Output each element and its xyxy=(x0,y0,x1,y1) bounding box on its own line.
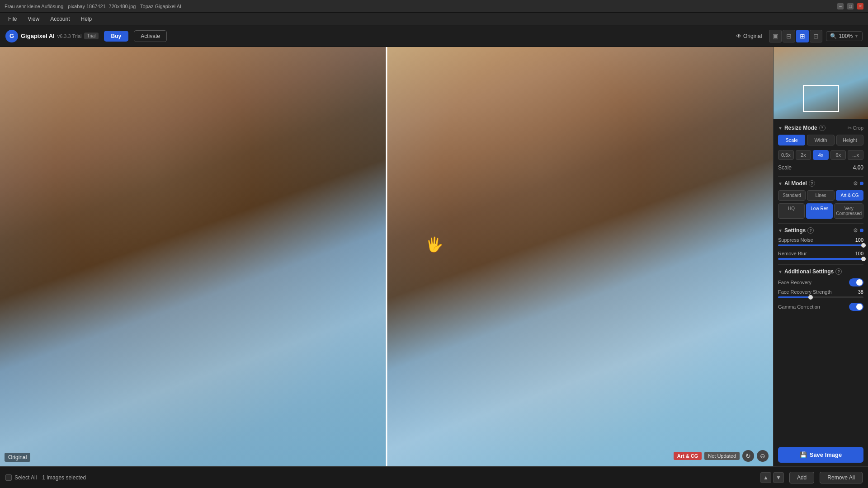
quality-group: HQ Low Res Very Compressed xyxy=(778,203,863,219)
selected-count: 1 images selected xyxy=(42,474,86,481)
menu-help[interactable]: Help xyxy=(76,15,97,23)
settings-active-indicator xyxy=(860,229,863,232)
activate-button[interactable]: Activate xyxy=(134,30,167,42)
menu-account[interactable]: Account xyxy=(46,15,74,23)
scale-0.5x[interactable]: 0.5x xyxy=(778,150,794,160)
select-all-control[interactable]: Select All xyxy=(5,474,37,481)
scale-mode-group: Scale Width Height xyxy=(778,135,863,145)
ai-model-header: ▼ AI Model ? ⚙ xyxy=(778,180,863,187)
remove-blur-fill xyxy=(778,258,863,260)
face-recovery-label: Face Recovery xyxy=(778,280,811,285)
face-recovery-strength-slider[interactable] xyxy=(778,296,863,298)
width-tab[interactable]: Width xyxy=(807,135,834,145)
face-recovery-strength-value: 38 xyxy=(858,289,863,295)
thumbnail-viewport-box[interactable] xyxy=(803,85,839,112)
ai-chevron-icon[interactable]: ▼ xyxy=(778,181,783,186)
zoom-dropdown-icon: ▼ xyxy=(854,34,859,38)
face-recovery-strength-label: Face Recovery Strength xyxy=(778,289,832,295)
canvas-area[interactable]: 🖐 Original Art & CG Not Updated ↻ ⊖ xyxy=(0,47,773,466)
add-button[interactable]: Add xyxy=(789,472,814,483)
split-view-button[interactable]: ⊟ xyxy=(783,30,795,42)
settings-chevron-icon[interactable]: ▼ xyxy=(778,228,783,233)
remove-blur-label: Remove Blur xyxy=(778,251,807,256)
status-badge: Not Updated xyxy=(704,452,740,460)
resize-mode-label: Resize Mode xyxy=(784,125,817,131)
settings-label: Settings xyxy=(784,227,806,234)
cursor-indicator: 🖐 xyxy=(425,236,443,253)
gamma-correction-label: Gamma Correction xyxy=(778,304,820,310)
menu-file[interactable]: File xyxy=(4,15,21,23)
canvas-badges: Art & CG Not Updated ↻ ⊖ xyxy=(674,450,769,462)
quality-verycompressed[interactable]: Very Compressed xyxy=(834,203,863,219)
menu-view[interactable]: View xyxy=(23,15,44,23)
grid-view-button[interactable]: ⊡ xyxy=(810,30,822,42)
model-artcg[interactable]: Art & CG xyxy=(836,190,863,201)
ai-model-help-icon[interactable]: ? xyxy=(809,180,815,187)
resize-chevron-icon[interactable]: ▼ xyxy=(778,126,783,131)
face-recovery-toggle[interactable] xyxy=(849,278,863,286)
maximize-button[interactable]: □ xyxy=(847,3,854,9)
trial-badge: Trial xyxy=(84,33,98,39)
model-standard[interactable]: Standard xyxy=(778,190,806,201)
gamma-correction-toggle[interactable] xyxy=(849,303,863,311)
save-image-button[interactable]: 💾 Save Image xyxy=(778,447,863,463)
canvas-original-label: Original xyxy=(5,453,30,462)
settings-header: ▼ Settings ? ⚙ xyxy=(778,227,863,234)
bottom-bar: Select All 1 images selected ▲ ▼ Add Rem… xyxy=(0,466,868,488)
scale-field-label: Scale xyxy=(778,164,792,171)
minimize-button[interactable]: – xyxy=(837,3,844,9)
eye-icon: 👁 xyxy=(736,33,741,39)
additional-chevron-icon[interactable]: ▼ xyxy=(778,269,783,274)
refresh-icon[interactable]: ↻ xyxy=(742,450,754,462)
ai-model-settings-icon[interactable]: ⚙ xyxy=(853,180,858,187)
select-all-checkbox[interactable] xyxy=(5,474,12,481)
save-button-container: 💾 Save Image xyxy=(774,443,868,466)
resize-mode-help-icon[interactable]: ? xyxy=(819,125,826,131)
settings-icon[interactable]: ⚙ xyxy=(853,227,858,234)
scale-4x[interactable]: 4x xyxy=(813,150,829,160)
scale-field-value[interactable]: 4.00 xyxy=(853,164,863,171)
suppress-noise-thumb[interactable] xyxy=(861,243,866,248)
canvas-divider[interactable] xyxy=(386,47,387,466)
remove-blur-thumb[interactable] xyxy=(861,257,866,261)
additional-settings-label: Additional Settings xyxy=(784,268,834,275)
suppress-noise-section: Suppress Noise 100 xyxy=(778,237,863,246)
height-tab[interactable]: Height xyxy=(836,135,863,145)
settings-help-icon[interactable]: ? xyxy=(807,227,814,234)
side-by-side-button[interactable]: ⊞ xyxy=(796,30,809,42)
right-panel: ▼ Resize Mode ? ✂ Crop Scale Width Heigh… xyxy=(773,47,868,466)
additional-settings-help-icon[interactable]: ? xyxy=(835,268,842,275)
model-lines[interactable]: Lines xyxy=(807,190,835,201)
face-recovery-strength-thumb[interactable] xyxy=(808,295,813,300)
zoom-icon: 🔍 xyxy=(830,33,837,39)
additional-settings-section-title: ▼ Additional Settings ? xyxy=(778,268,842,275)
close-button[interactable]: ✕ xyxy=(857,3,863,9)
suppress-noise-slider[interactable] xyxy=(778,244,863,246)
nav-up-button[interactable]: ▲ xyxy=(760,472,771,483)
scale-tab[interactable]: Scale xyxy=(778,135,805,145)
crop-button[interactable]: ✂ Crop xyxy=(848,125,863,131)
scale-6x[interactable]: 6x xyxy=(830,150,846,160)
scale-2x[interactable]: 2x xyxy=(796,150,811,160)
quality-lowres[interactable]: Low Res xyxy=(806,203,833,219)
main-layout: 🖐 Original Art & CG Not Updated ↻ ⊖ ▼ Re… xyxy=(0,47,868,466)
model-type-group: Standard Lines Art & CG xyxy=(778,190,863,201)
scale-custom[interactable]: ...x xyxy=(848,150,863,160)
gamma-correction-toggle-thumb xyxy=(856,304,863,310)
view-mode-buttons: ▣ ⊟ ⊞ ⊡ xyxy=(769,30,822,42)
scale-value-row: Scale 4.00 xyxy=(778,164,863,171)
zoom-control[interactable]: 🔍 100% ▼ xyxy=(826,31,863,41)
compare-icon[interactable]: ⊖ xyxy=(757,450,769,462)
remove-blur-slider[interactable] xyxy=(778,258,863,260)
ai-model-label: AI Model xyxy=(784,180,807,187)
buy-button[interactable]: Buy xyxy=(104,31,129,42)
remove-blur-section: Remove Blur 100 xyxy=(778,251,863,260)
nav-down-button[interactable]: ▼ xyxy=(773,472,784,483)
quality-hq[interactable]: HQ xyxy=(778,203,805,219)
remove-all-button[interactable]: Remove All xyxy=(820,472,863,483)
resize-mode-header: ▼ Resize Mode ? ✂ Crop xyxy=(778,125,863,131)
additional-settings-header: ▼ Additional Settings ? xyxy=(778,268,863,275)
scale-presets: 0.5x 2x 4x 6x ...x xyxy=(778,150,863,160)
single-view-button[interactable]: ▣ xyxy=(769,30,782,42)
original-view-button[interactable]: 👁 Original xyxy=(732,31,765,41)
